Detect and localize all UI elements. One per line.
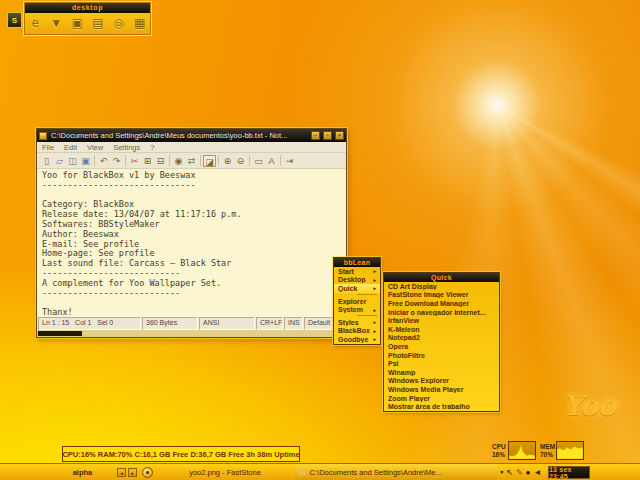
- menu-item-blackbox[interactable]: BlackBox ▸: [334, 327, 380, 336]
- workspace-label[interactable]: alpha: [55, 464, 110, 480]
- dock-title[interactable]: desktop: [25, 3, 150, 13]
- status-bytes: 360 Bytes: [142, 317, 198, 330]
- taskbar-clock-icon[interactable]: [142, 467, 153, 478]
- quick-item-fdm[interactable]: Free Download Manager: [384, 299, 499, 308]
- scrollbar-thumb[interactable]: [38, 331, 82, 336]
- mem-graph: [556, 441, 584, 460]
- task-notepad2[interactable]: ▤ C:\Documents and Settings\Andre\Me...: [295, 464, 498, 480]
- cpu-label: CPU: [492, 443, 507, 451]
- replace-icon[interactable]: ⇄: [185, 155, 198, 167]
- system-tray: ▪↖✎●◄: [500, 466, 541, 479]
- title-bar[interactable]: C:\Documents and Settings\Andre\Meus doc…: [37, 129, 346, 142]
- cd-icon[interactable]: ◎: [110, 15, 127, 32]
- submenu-arrow-icon: ▸: [373, 319, 376, 325]
- redo-icon[interactable]: ↷: [110, 155, 123, 167]
- quick-item-photofiltre[interactable]: PhotoFiltre: [384, 351, 499, 360]
- desktop: Yoo S desktop e▼▣▤◎▦ C:\Documents and Se…: [0, 0, 640, 480]
- quick-item-winamp[interactable]: Winamp: [384, 368, 499, 377]
- documents-icon[interactable]: ▤: [89, 15, 106, 32]
- menu-bar-item[interactable]: View: [82, 143, 108, 152]
- cut-icon[interactable]: ✂: [128, 155, 141, 167]
- status-eol: CR+LF: [256, 317, 283, 330]
- menu-bar-item[interactable]: File: [37, 143, 59, 152]
- quick-item-opera[interactable]: Opera: [384, 342, 499, 351]
- quick-item-show-desktop[interactable]: Mostrar área de trabalho: [384, 402, 499, 411]
- tray-editor-icon[interactable]: ✎: [516, 466, 523, 479]
- browse-icon[interactable]: ◫: [66, 155, 79, 167]
- run-dialog-icon[interactable]: ▦: [131, 15, 148, 32]
- text-line: [42, 298, 346, 308]
- dock-icon-row: e▼▣▤◎▦: [25, 13, 150, 34]
- tray-volume-icon[interactable]: ◄: [533, 466, 541, 479]
- quick-item-zoom-player[interactable]: Zoom Player: [384, 394, 499, 403]
- copy-icon[interactable]: ⊞: [141, 155, 154, 167]
- submenu-arrow-icon: ▸: [373, 285, 376, 291]
- window-title: C:\Documents and Settings\Andre\Meus doc…: [49, 131, 308, 140]
- menu-item-goodbye[interactable]: Goodbye ▸: [334, 335, 380, 344]
- menu-bar-item[interactable]: Edit: [59, 143, 82, 152]
- new-file-icon[interactable]: ▯: [40, 155, 53, 167]
- quick-item-faststone[interactable]: FastStone Image Viewer: [384, 291, 499, 300]
- menu-bar-item[interactable]: ?: [145, 143, 159, 152]
- menu-item-styles[interactable]: Styles ▸: [334, 318, 380, 327]
- workspace-nav: ◂▸: [117, 468, 137, 477]
- font-icon[interactable]: A: [265, 155, 278, 167]
- style-button[interactable]: S: [7, 12, 22, 28]
- menu-item-quick[interactable]: Quick ▸: [334, 284, 380, 293]
- menu-item-start[interactable]: Start ▸: [334, 267, 380, 276]
- prev-workspace-button[interactable]: ◂: [117, 468, 126, 477]
- quick-item-cd-art-display[interactable]: CD Art Display: [384, 282, 499, 291]
- minimize-button[interactable]: –: [311, 131, 320, 140]
- save-icon[interactable]: ▣: [79, 155, 92, 167]
- quick-item-wmp[interactable]: Windows Media Player: [384, 385, 499, 394]
- zoom-in-icon[interactable]: ⊕: [221, 155, 234, 167]
- task-faststone[interactable]: yoo2.png - FastStone: [160, 464, 290, 480]
- tray-psi-icon[interactable]: ●: [526, 466, 531, 479]
- toolbar-icon[interactable]: [249, 155, 250, 166]
- zoom-out-icon[interactable]: ⊖: [234, 155, 247, 167]
- quick-item-irfanview[interactable]: IrfanView: [384, 316, 499, 325]
- horizontal-scrollbar[interactable]: [37, 330, 346, 337]
- text-line: ---------------------------: [42, 289, 346, 299]
- notepad2-window: C:\Documents and Settings\Andre\Meus doc…: [36, 128, 347, 338]
- transparency-icon[interactable]: ◪: [203, 155, 216, 167]
- quick-item-psi[interactable]: Psi: [384, 359, 499, 368]
- toolbar-icon[interactable]: [94, 155, 95, 166]
- menu-item-desktop[interactable]: Desktop ▸: [334, 276, 380, 285]
- menu-bar: FileEditViewSettings?: [37, 142, 346, 153]
- toolbar-icon[interactable]: [200, 155, 201, 166]
- paste-icon[interactable]: ⊟: [154, 155, 167, 167]
- tray-cursor-icon[interactable]: ↖: [506, 466, 513, 479]
- quick-menu-items: CD Art Display FastStone Image Viewer Fr…: [384, 282, 499, 411]
- toolbar-icon[interactable]: [125, 155, 126, 166]
- maximize-button[interactable]: ▫: [323, 131, 332, 140]
- menu-item-explorer[interactable]: Explorer: [334, 297, 380, 306]
- quick-item-notepad2[interactable]: Notepad2: [384, 334, 499, 343]
- quick-item-kmeleon[interactable]: K-Meleon: [384, 325, 499, 334]
- bblean-menu: bbLean Start ▸ Desktop ▸ Quick ▸: [333, 257, 381, 345]
- taskbar: alpha ◂▸ yoo2.png - FastStone ▤ C:\Docum…: [0, 463, 640, 480]
- quick-item-windows-explorer[interactable]: Windows Explorer: [384, 377, 499, 386]
- cpu-value: 16%: [492, 451, 507, 459]
- exit-icon[interactable]: ⇥: [283, 155, 296, 167]
- word-wrap-icon[interactable]: ▭: [252, 155, 265, 167]
- next-workspace-button[interactable]: ▸: [128, 468, 137, 477]
- display-icon[interactable]: ▣: [69, 15, 86, 32]
- open-file-icon[interactable]: ▱: [53, 155, 66, 167]
- bblean-menu-items: Start ▸ Desktop ▸ Quick ▸: [334, 267, 380, 344]
- archive-icon[interactable]: ▼: [48, 15, 65, 32]
- quick-item-internet[interactable]: Iniciar o navegador Internet...: [384, 308, 499, 317]
- find-icon[interactable]: ◉: [172, 155, 185, 167]
- internet-explorer-icon[interactable]: e: [27, 15, 44, 32]
- close-button[interactable]: ×: [335, 131, 344, 140]
- submenu-arrow-icon: ▸: [373, 328, 376, 334]
- toolbar-icon[interactable]: [169, 155, 170, 166]
- editor[interactable]: Yoo for BlackBox v1 by Beeswax----------…: [37, 169, 346, 317]
- menu-bar-item[interactable]: Settings: [108, 143, 145, 152]
- undo-icon[interactable]: ↶: [97, 155, 110, 167]
- tray-app-icon[interactable]: ▪: [500, 466, 503, 479]
- toolbar-icon[interactable]: [218, 155, 219, 166]
- system-info-bar: CPU:16% RAM:70% C:16,1 GB Free D:36,7 GB…: [62, 446, 300, 462]
- menu-item-system[interactable]: System ▸: [334, 305, 380, 314]
- toolbar-icon[interactable]: [280, 155, 281, 166]
